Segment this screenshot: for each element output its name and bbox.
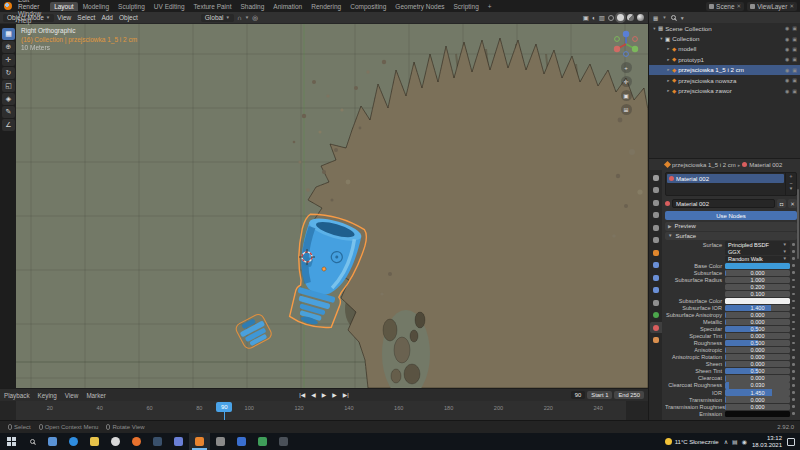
- outliner-row[interactable]: ▾▣Collection◉▣: [649, 33, 800, 43]
- menu-render[interactable]: Render: [15, 3, 44, 10]
- perspective-toggle-icon[interactable]: ⊞: [621, 104, 632, 115]
- property-slider[interactable]: 0.000: [725, 396, 790, 402]
- workspace-tab-uv-editing[interactable]: UV Editing: [150, 2, 189, 11]
- keyframe-dot[interactable]: [790, 243, 797, 246]
- menu-window[interactable]: Window: [15, 10, 44, 17]
- property-slider[interactable]: 0.500: [725, 326, 790, 332]
- property-color-swatch[interactable]: [725, 298, 790, 304]
- material-name-field[interactable]: Material 002: [672, 199, 775, 208]
- camera-view-icon[interactable]: ▣: [621, 90, 632, 101]
- toggle-xray-icon[interactable]: ▥: [599, 14, 605, 22]
- workspace-tab-modeling[interactable]: Modeling: [79, 2, 113, 11]
- keyframe-dot[interactable]: [790, 314, 797, 317]
- blue-adapter-fragment[interactable]: [234, 312, 273, 350]
- camera-icon[interactable]: ▣: [792, 77, 797, 83]
- camera-icon[interactable]: ▣: [792, 67, 797, 73]
- keyframe-dot[interactable]: [790, 342, 797, 345]
- workspace-tab-sculpting[interactable]: Sculpting: [114, 2, 149, 11]
- browse-material-icon[interactable]: [665, 201, 670, 206]
- workspace-tab-texture-paint[interactable]: Texture Paint: [190, 2, 236, 11]
- property-slider[interactable]: 0.000: [725, 270, 790, 276]
- property-number-field[interactable]: 1.000: [725, 277, 790, 283]
- frame-end-field[interactable]: End 250: [614, 391, 644, 399]
- properties-scrollbar[interactable]: [797, 189, 799, 259]
- keyframe-dot[interactable]: [790, 363, 797, 366]
- outliner-row[interactable]: ▸◆prototyp1◉▣: [649, 54, 800, 64]
- zoom-icon[interactable]: +: [621, 62, 632, 73]
- property-slider[interactable]: 0.500: [725, 368, 790, 374]
- eye-icon[interactable]: ◉: [785, 88, 789, 94]
- current-frame-field[interactable]: 90: [571, 391, 585, 399]
- eye-icon[interactable]: ◉: [785, 77, 789, 83]
- weather-widget[interactable]: 11°C Słonecznie: [665, 438, 719, 445]
- properties-tab-texture[interactable]: [650, 335, 662, 346]
- shading-rendered-button[interactable]: [637, 14, 644, 21]
- properties-tab-material[interactable]: [650, 322, 662, 333]
- play-button[interactable]: ▶: [321, 392, 327, 398]
- keyframe-dot[interactable]: [790, 264, 797, 267]
- workspace-tab-rendering[interactable]: Rendering: [307, 2, 345, 11]
- eye-icon[interactable]: ◉: [785, 25, 789, 31]
- outliner-row[interactable]: ▸◆przejsciowka nowsza◉▣: [649, 75, 800, 85]
- property-number-field[interactable]: 0.200: [725, 284, 790, 290]
- clock-widget[interactable]: 13:12 18.03.2021: [752, 435, 782, 449]
- property-color-swatch[interactable]: [725, 411, 790, 417]
- camera-icon[interactable]: ▣: [792, 36, 797, 42]
- property-number-field[interactable]: 0.100: [725, 291, 790, 297]
- jump-to-end-button[interactable]: ▶|: [342, 392, 350, 398]
- fake-user-shield-icon[interactable]: ◘: [777, 199, 786, 208]
- rotate-tool[interactable]: ↻: [2, 67, 15, 79]
- disclosure-icon[interactable]: ▸: [665, 67, 672, 72]
- keyframe-dot[interactable]: [790, 391, 797, 394]
- outliner-row[interactable]: ▸◆modell◉▣: [649, 44, 800, 54]
- properties-tab-output[interactable]: [650, 197, 662, 208]
- next-keyframe-button[interactable]: ▶: [331, 392, 337, 398]
- outliner-row[interactable]: ▸◆przejsciowka zawor◉▣: [649, 85, 800, 95]
- property-dropdown[interactable]: Principled BSDF▼: [725, 241, 790, 247]
- properties-tab-data[interactable]: [650, 310, 662, 321]
- viewport-3d[interactable]: Right Orthographic (16) Collection | prz…: [16, 24, 648, 388]
- keyframe-dot[interactable]: [790, 377, 797, 380]
- eye-icon[interactable]: ◉: [785, 56, 789, 62]
- search-icon[interactable]: [671, 15, 676, 20]
- taskbar-app-chrome[interactable]: [105, 433, 126, 450]
- keyframe-dot[interactable]: [790, 328, 797, 331]
- disclosure-icon[interactable]: ▸: [665, 57, 672, 62]
- workspace-tab-compositing[interactable]: Compositing: [346, 2, 390, 11]
- eye-icon[interactable]: ◉: [785, 67, 789, 73]
- previous-keyframe-button[interactable]: ◀: [310, 392, 316, 398]
- disclosure-icon[interactable]: ▾: [658, 36, 665, 41]
- taskbar-app-discord[interactable]: [168, 433, 189, 450]
- measure-tool[interactable]: ∠: [2, 119, 15, 131]
- shading-solid-button[interactable]: [617, 14, 624, 21]
- notification-center-icon[interactable]: [787, 438, 795, 446]
- outliner-row[interactable]: ▸◆przejsciowka 1_5 i 2 cm◉▣: [649, 65, 800, 75]
- properties-tab-scene[interactable]: [650, 222, 662, 233]
- timeline-menu-view[interactable]: View: [61, 392, 83, 399]
- keyframe-dot[interactable]: [790, 356, 797, 359]
- properties-tab-physics[interactable]: [650, 285, 662, 296]
- keyframe-dot[interactable]: [790, 257, 797, 260]
- add-material-slot-button[interactable]: ＋: [788, 173, 794, 180]
- taskbar-app-mail[interactable]: [42, 433, 63, 450]
- keyframe-dot[interactable]: [790, 271, 797, 274]
- camera-icon[interactable]: ▣: [792, 46, 797, 52]
- camera-icon[interactable]: ▣: [792, 56, 797, 62]
- property-slider[interactable]: 0.000: [725, 361, 790, 367]
- taskbar-search-button[interactable]: [22, 433, 42, 450]
- unlink-material-icon[interactable]: ✕: [788, 199, 797, 208]
- taskbar-app-word[interactable]: [231, 433, 252, 450]
- workspace-tab-geometry-nodes[interactable]: Geometry Nodes: [391, 2, 448, 11]
- viewport-menu-object[interactable]: Object: [116, 14, 141, 21]
- keyframe-dot[interactable]: [790, 307, 797, 310]
- start-button[interactable]: [0, 433, 22, 450]
- property-slider[interactable]: 0.000: [725, 354, 790, 360]
- magnet-snap-icon[interactable]: ∩: [237, 14, 242, 21]
- unlink-view-layer-icon[interactable]: ✕: [789, 3, 794, 9]
- taskbar-app-gimp[interactable]: [210, 433, 231, 450]
- timeline-menu-marker[interactable]: Marker: [82, 392, 110, 399]
- property-color-swatch[interactable]: [725, 263, 790, 269]
- slot-specials-icon[interactable]: ▼: [789, 186, 793, 191]
- property-slider[interactable]: 0.000: [725, 333, 790, 339]
- camera-icon[interactable]: ▣: [792, 88, 797, 94]
